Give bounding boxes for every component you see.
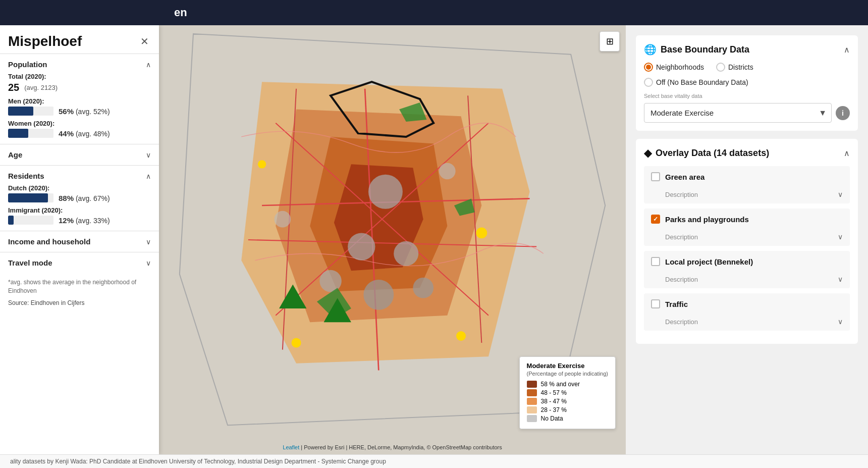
overlay-title-text: Overlay Data (14 datasets) xyxy=(656,148,769,159)
green-area-checkbox[interactable] xyxy=(651,172,660,181)
svg-point-19 xyxy=(258,160,266,168)
dutch-value: 88% (avg. 67%) xyxy=(59,194,110,202)
age-section-header[interactable]: Age ∨ xyxy=(8,150,151,159)
parks-checkbox[interactable] xyxy=(651,215,660,224)
age-title: Age xyxy=(8,150,22,159)
legend-subtitle: (Percentage of people indicating) xyxy=(527,371,608,377)
neighborhoods-radio[interactable] xyxy=(644,63,653,72)
women-bar-container xyxy=(8,129,53,138)
dutch-value-row: 88% (avg. 67%) xyxy=(8,193,151,202)
svg-point-10 xyxy=(394,241,418,266)
svg-point-13 xyxy=(319,270,342,292)
left-panel: Mispelhoef ✕ Population ∧ Total (2020): … xyxy=(0,25,159,454)
legend-title: Moderate Exercise xyxy=(527,362,608,370)
traffic-desc-row[interactable]: Description ∨ xyxy=(644,315,850,331)
top-bar: en xyxy=(0,0,868,25)
info-icon: i xyxy=(842,109,844,117)
dutch-bar-container xyxy=(8,193,53,202)
population-chevron: ∧ xyxy=(146,61,151,69)
base-boundary-collapse[interactable]: ∧ xyxy=(844,45,850,55)
women-bar xyxy=(8,129,28,138)
women-label: Women (2020): xyxy=(8,120,151,127)
map-area[interactable]: ⊞ Moderate Exercise (Percentage of peopl… xyxy=(159,25,626,454)
radio-off[interactable]: Off (No Base Boundary Data) xyxy=(644,78,850,87)
total-value-row: 25 (avg. 2123) xyxy=(8,82,151,93)
immigrant-bar xyxy=(8,216,14,225)
total-label: Total (2020): xyxy=(8,73,151,80)
leaflet-link[interactable]: Leaflet xyxy=(283,444,299,450)
local-project-header[interactable]: Local project (Bennekel) xyxy=(644,251,850,272)
legend-item-3: 28 - 37 % xyxy=(527,406,608,413)
immigrant-value-row: 12% (avg. 33%) xyxy=(8,216,151,225)
close-button[interactable]: ✕ xyxy=(138,33,151,49)
overlay-item-green-area: Green area Description ∨ xyxy=(644,166,850,203)
traffic-header[interactable]: Traffic xyxy=(644,293,850,315)
legend-item-2: 38 - 47 % xyxy=(527,398,608,405)
radio-neighborhoods[interactable]: Neighborhoods xyxy=(644,63,704,72)
svg-point-17 xyxy=(456,331,466,341)
income-title: Income and household xyxy=(8,237,90,246)
legend-color-3 xyxy=(527,406,537,413)
women-value-row: 44% (avg. 48%) xyxy=(8,129,151,138)
immigrant-bar-container xyxy=(8,216,53,225)
green-area-title: Green area xyxy=(665,173,843,181)
traffic-checkbox[interactable] xyxy=(651,299,660,308)
vitality-select[interactable]: Moderate Exercise Physical Activity Walk… xyxy=(644,103,832,123)
green-area-header[interactable]: Green area xyxy=(644,166,850,187)
svg-point-12 xyxy=(413,278,433,298)
traffic-chevron-icon: ∨ xyxy=(838,318,843,326)
legend-label-3: 28 - 37 % xyxy=(541,406,567,413)
men-value-row: 56% (avg. 52%) xyxy=(8,107,151,116)
bottom-bar-text: ality datasets by Kenji Wada: PhD Candid… xyxy=(10,458,386,465)
overlay-item-local-project: Local project (Bennekel) Description ∨ xyxy=(644,251,850,288)
globe-icon: 🌐 xyxy=(644,43,657,56)
women-stat: Women (2020): 44% (avg. 48%) xyxy=(8,120,151,138)
income-section-header[interactable]: Income and household ∨ xyxy=(8,237,151,246)
svg-point-9 xyxy=(348,233,375,260)
vitality-select-wrapper: Moderate Exercise Physical Activity Walk… xyxy=(644,103,832,123)
local-project-title: Local project (Bennekel) xyxy=(665,257,843,266)
info-button[interactable]: i xyxy=(836,106,850,120)
residents-section-header[interactable]: Residents ∧ xyxy=(8,172,151,180)
travel-chevron: ∨ xyxy=(146,259,151,267)
legend-items: 58 % and over 48 - 57 % 38 - 47 % 28 - 3… xyxy=(527,381,608,422)
off-label: Off (No Base Boundary Data) xyxy=(656,78,748,86)
vitality-select-container: Moderate Exercise Physical Activity Walk… xyxy=(644,103,850,123)
legend-label-4: No Data xyxy=(541,415,563,422)
population-section: Population ∧ Total (2020): 25 (avg. 2123… xyxy=(0,54,159,144)
local-project-desc: Description xyxy=(665,276,698,283)
radio-districts[interactable]: Districts xyxy=(716,63,753,72)
green-area-desc-row[interactable]: Description ∨ xyxy=(644,187,850,203)
age-section: Age ∨ xyxy=(0,144,159,165)
parks-desc-row[interactable]: Description ∨ xyxy=(644,230,850,246)
svg-point-15 xyxy=(439,163,456,180)
total-value: 25 xyxy=(8,82,19,93)
legend-label-0: 58 % and over xyxy=(541,381,580,388)
immigrant-label: Immigrant (2020): xyxy=(8,206,151,214)
overlay-collapse[interactable]: ∧ xyxy=(844,148,850,158)
parks-desc: Description xyxy=(665,233,698,241)
map-layers-button[interactable]: ⊞ xyxy=(600,31,620,51)
base-boundary-header: 🌐 Base Boundary Data ∧ xyxy=(644,43,850,56)
footnote: *avg. shows the average in the neighborh… xyxy=(0,273,159,297)
legend-label-1: 48 - 57 % xyxy=(541,389,567,396)
legend-item-4: No Data xyxy=(527,415,608,422)
overlay-header: ◆ Overlay Data (14 datasets) ∧ xyxy=(644,147,850,159)
legend-item-0: 58 % and over xyxy=(527,381,608,388)
parks-chevron-icon: ∨ xyxy=(838,233,843,241)
dutch-bar xyxy=(8,193,48,202)
off-radio[interactable] xyxy=(644,78,653,87)
main-content: Mispelhoef ✕ Population ∧ Total (2020): … xyxy=(0,25,868,454)
local-project-checkbox[interactable] xyxy=(651,257,660,266)
districts-radio[interactable] xyxy=(716,63,725,72)
population-section-header[interactable]: Population ∧ xyxy=(8,60,151,69)
travel-section-header[interactable]: Travel mode ∨ xyxy=(8,258,151,267)
local-project-desc-row[interactable]: Description ∨ xyxy=(644,272,850,288)
traffic-title: Traffic xyxy=(665,300,843,308)
parks-header[interactable]: Parks and playgrounds xyxy=(644,209,850,230)
top-bar-title: en xyxy=(174,6,187,19)
dutch-stat: Dutch (2020): 88% (avg. 67%) xyxy=(8,184,151,202)
parks-title: Parks and playgrounds xyxy=(665,215,843,224)
neighborhoods-label: Neighborhoods xyxy=(656,63,704,71)
men-value: 56% (avg. 52%) xyxy=(59,107,110,116)
